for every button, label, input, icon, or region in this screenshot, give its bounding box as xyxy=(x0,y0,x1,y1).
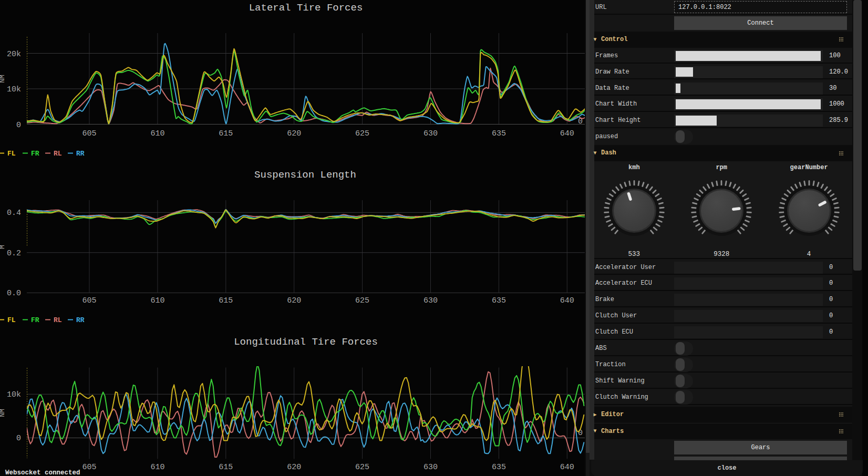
svg-text:RL: RL xyxy=(54,150,62,158)
svg-text:FL: FL xyxy=(7,316,16,324)
svg-text:625: 625 xyxy=(355,463,369,472)
svg-text:610: 610 xyxy=(150,463,164,472)
svg-text:605: 605 xyxy=(82,129,96,138)
svg-text:630: 630 xyxy=(423,129,438,138)
svg-text:640: 640 xyxy=(560,296,574,305)
svg-text:635: 635 xyxy=(492,463,506,472)
svg-text:615: 615 xyxy=(219,463,233,472)
svg-text:640: 640 xyxy=(560,463,574,472)
svg-text:625: 625 xyxy=(355,129,369,138)
svg-text:20k: 20k xyxy=(7,50,21,59)
svg-text:Suspension Length: Suspension Length xyxy=(254,169,356,181)
svg-text:625: 625 xyxy=(355,296,369,305)
svg-text:10k: 10k xyxy=(7,390,21,399)
svg-text:RL: RL xyxy=(54,316,62,324)
svg-text:FR: FR xyxy=(31,316,39,324)
svg-text:0.0: 0.0 xyxy=(7,289,21,298)
svg-text:0: 0 xyxy=(16,121,21,130)
svg-text:Websocket connected: Websocket connected xyxy=(5,469,80,476)
svg-text:620: 620 xyxy=(287,296,301,305)
svg-text:610: 610 xyxy=(150,296,164,305)
svg-text:620: 620 xyxy=(287,129,301,138)
svg-text:605: 605 xyxy=(82,296,96,305)
svg-text:NM: NM xyxy=(0,409,6,417)
svg-text:FR: FR xyxy=(31,150,39,158)
svg-text:615: 615 xyxy=(219,129,233,138)
svg-text:630: 630 xyxy=(423,463,438,472)
svg-text:Longitudinal Tire Forces: Longitudinal Tire Forces xyxy=(234,336,378,348)
svg-text:615: 615 xyxy=(219,296,233,305)
svg-text:605: 605 xyxy=(82,463,96,472)
svg-text:635: 635 xyxy=(492,129,506,138)
svg-text:0: 0 xyxy=(16,434,21,443)
svg-text:630: 630 xyxy=(423,296,438,305)
svg-text:RR: RR xyxy=(76,316,85,324)
svg-text:635: 635 xyxy=(492,296,506,305)
svg-text:FL: FL xyxy=(7,150,16,158)
svg-text:620: 620 xyxy=(287,463,301,472)
svg-text:NM: NM xyxy=(0,75,6,83)
svg-text:M: M xyxy=(0,245,6,249)
svg-text:0.2: 0.2 xyxy=(7,249,21,258)
svg-text:610: 610 xyxy=(150,129,164,138)
svg-text:Lateral Tire Forces: Lateral Tire Forces xyxy=(249,2,363,14)
svg-text:RR: RR xyxy=(76,150,85,158)
svg-text:10k: 10k xyxy=(7,85,21,94)
svg-text:0.4: 0.4 xyxy=(7,209,21,218)
svg-text:640: 640 xyxy=(560,129,574,138)
